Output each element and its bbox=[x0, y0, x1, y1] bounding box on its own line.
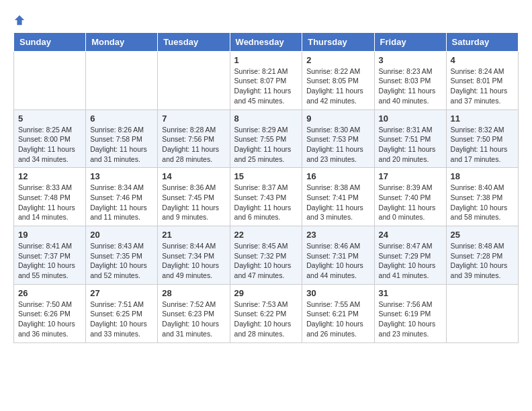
day-number: 15 bbox=[234, 171, 298, 181]
day-number: 4 bbox=[451, 55, 514, 65]
day-number: 27 bbox=[90, 288, 153, 298]
table-row: 9Sunrise: 8:30 AM Sunset: 7:53 PM Daylig… bbox=[302, 109, 374, 168]
table-row: 1Sunrise: 8:21 AM Sunset: 8:07 PM Daylig… bbox=[230, 51, 302, 109]
table-row: 22Sunrise: 8:45 AM Sunset: 7:32 PM Dayli… bbox=[230, 226, 302, 285]
day-header-sunday: Sunday bbox=[14, 32, 86, 51]
table-row: 24Sunrise: 8:47 AM Sunset: 7:29 PM Dayli… bbox=[374, 226, 446, 285]
table-row: 30Sunrise: 7:55 AM Sunset: 6:21 PM Dayli… bbox=[302, 284, 374, 342]
table-row: 31Sunrise: 7:56 AM Sunset: 6:19 PM Dayli… bbox=[374, 284, 446, 342]
table-row: 7Sunrise: 8:28 AM Sunset: 7:56 PM Daylig… bbox=[158, 109, 230, 168]
day-number: 11 bbox=[451, 113, 514, 124]
day-number: 19 bbox=[18, 230, 81, 240]
day-info: Sunrise: 8:40 AM Sunset: 7:38 PM Dayligh… bbox=[451, 183, 514, 222]
day-info: Sunrise: 7:56 AM Sunset: 6:19 PM Dayligh… bbox=[379, 300, 442, 339]
table-row bbox=[446, 284, 518, 342]
day-number: 16 bbox=[306, 171, 369, 181]
day-number: 6 bbox=[90, 113, 153, 124]
table-row: 23Sunrise: 8:46 AM Sunset: 7:31 PM Dayli… bbox=[302, 226, 374, 285]
day-header-tuesday: Tuesday bbox=[158, 32, 230, 51]
day-info: Sunrise: 8:21 AM Sunset: 8:07 PM Dayligh… bbox=[234, 66, 298, 106]
day-info: Sunrise: 8:22 AM Sunset: 8:05 PM Dayligh… bbox=[306, 66, 369, 106]
day-number: 13 bbox=[90, 171, 153, 181]
day-header-friday: Friday bbox=[374, 32, 446, 51]
page-header bbox=[13, 13, 519, 27]
day-number: 1 bbox=[234, 55, 298, 65]
day-number: 29 bbox=[234, 288, 298, 298]
day-number: 2 bbox=[306, 55, 369, 65]
day-info: Sunrise: 8:48 AM Sunset: 7:28 PM Dayligh… bbox=[451, 241, 514, 281]
day-header-monday: Monday bbox=[86, 32, 158, 51]
table-row: 11Sunrise: 8:32 AM Sunset: 7:50 PM Dayli… bbox=[446, 109, 518, 168]
day-number: 12 bbox=[18, 171, 81, 181]
table-row: 3Sunrise: 8:23 AM Sunset: 8:03 PM Daylig… bbox=[374, 51, 446, 109]
day-number: 30 bbox=[306, 288, 369, 298]
day-info: Sunrise: 8:45 AM Sunset: 7:32 PM Dayligh… bbox=[234, 241, 298, 281]
day-number: 9 bbox=[306, 113, 369, 124]
logo-icon bbox=[13, 14, 26, 26]
table-row: 15Sunrise: 8:37 AM Sunset: 7:43 PM Dayli… bbox=[230, 168, 302, 226]
day-number: 28 bbox=[162, 288, 225, 298]
table-row: 20Sunrise: 8:43 AM Sunset: 7:35 PM Dayli… bbox=[86, 226, 158, 285]
day-number: 17 bbox=[379, 171, 442, 181]
day-info: Sunrise: 8:36 AM Sunset: 7:45 PM Dayligh… bbox=[162, 183, 225, 222]
table-row: 18Sunrise: 8:40 AM Sunset: 7:38 PM Dayli… bbox=[446, 168, 518, 226]
table-row: 29Sunrise: 7:53 AM Sunset: 6:22 PM Dayli… bbox=[230, 284, 302, 342]
table-row: 8Sunrise: 8:29 AM Sunset: 7:55 PM Daylig… bbox=[230, 109, 302, 168]
day-number: 20 bbox=[90, 230, 153, 240]
day-header-saturday: Saturday bbox=[446, 32, 518, 51]
day-number: 3 bbox=[379, 55, 442, 65]
day-header-wednesday: Wednesday bbox=[230, 32, 302, 51]
day-number: 7 bbox=[162, 113, 225, 124]
day-info: Sunrise: 8:47 AM Sunset: 7:29 PM Dayligh… bbox=[379, 241, 442, 281]
day-number: 14 bbox=[162, 171, 225, 181]
day-info: Sunrise: 8:31 AM Sunset: 7:51 PM Dayligh… bbox=[379, 125, 442, 165]
day-info: Sunrise: 8:34 AM Sunset: 7:46 PM Dayligh… bbox=[90, 183, 153, 222]
day-number: 25 bbox=[451, 230, 514, 240]
table-row: 16Sunrise: 8:38 AM Sunset: 7:41 PM Dayli… bbox=[302, 168, 374, 226]
day-info: Sunrise: 8:23 AM Sunset: 8:03 PM Dayligh… bbox=[379, 66, 442, 106]
day-info: Sunrise: 8:43 AM Sunset: 7:35 PM Dayligh… bbox=[90, 241, 153, 281]
table-row: 13Sunrise: 8:34 AM Sunset: 7:46 PM Dayli… bbox=[86, 168, 158, 226]
day-number: 23 bbox=[306, 230, 369, 240]
day-info: Sunrise: 7:52 AM Sunset: 6:23 PM Dayligh… bbox=[162, 300, 225, 339]
day-number: 10 bbox=[379, 113, 442, 124]
day-info: Sunrise: 8:25 AM Sunset: 8:00 PM Dayligh… bbox=[18, 125, 81, 165]
table-row bbox=[14, 51, 86, 109]
table-row: 6Sunrise: 8:26 AM Sunset: 7:58 PM Daylig… bbox=[86, 109, 158, 168]
day-info: Sunrise: 8:39 AM Sunset: 7:40 PM Dayligh… bbox=[379, 183, 442, 222]
day-info: Sunrise: 8:32 AM Sunset: 7:50 PM Dayligh… bbox=[451, 125, 514, 165]
table-row: 26Sunrise: 7:50 AM Sunset: 6:26 PM Dayli… bbox=[14, 284, 86, 342]
day-info: Sunrise: 8:33 AM Sunset: 7:48 PM Dayligh… bbox=[18, 183, 81, 222]
day-number: 8 bbox=[234, 113, 298, 124]
day-info: Sunrise: 8:24 AM Sunset: 8:01 PM Dayligh… bbox=[451, 66, 514, 106]
table-row: 28Sunrise: 7:52 AM Sunset: 6:23 PM Dayli… bbox=[158, 284, 230, 342]
table-row: 10Sunrise: 8:31 AM Sunset: 7:51 PM Dayli… bbox=[374, 109, 446, 168]
table-row: 14Sunrise: 8:36 AM Sunset: 7:45 PM Dayli… bbox=[158, 168, 230, 226]
calendar-table: SundayMondayTuesdayWednesdayThursdayFrid… bbox=[13, 32, 519, 343]
table-row: 19Sunrise: 8:41 AM Sunset: 7:37 PM Dayli… bbox=[14, 226, 86, 285]
day-header-thursday: Thursday bbox=[302, 32, 374, 51]
table-row: 21Sunrise: 8:44 AM Sunset: 7:34 PM Dayli… bbox=[158, 226, 230, 285]
table-row: 25Sunrise: 8:48 AM Sunset: 7:28 PM Dayli… bbox=[446, 226, 518, 285]
table-row: 27Sunrise: 7:51 AM Sunset: 6:25 PM Dayli… bbox=[86, 284, 158, 342]
table-row: 4Sunrise: 8:24 AM Sunset: 8:01 PM Daylig… bbox=[446, 51, 518, 109]
table-row: 12Sunrise: 8:33 AM Sunset: 7:48 PM Dayli… bbox=[14, 168, 86, 226]
day-info: Sunrise: 8:28 AM Sunset: 7:56 PM Dayligh… bbox=[162, 125, 225, 165]
day-number: 22 bbox=[234, 230, 298, 240]
day-info: Sunrise: 7:55 AM Sunset: 6:21 PM Dayligh… bbox=[306, 300, 369, 339]
day-number: 31 bbox=[379, 288, 442, 298]
logo bbox=[13, 13, 27, 27]
day-info: Sunrise: 8:41 AM Sunset: 7:37 PM Dayligh… bbox=[18, 241, 81, 281]
day-number: 21 bbox=[162, 230, 225, 240]
day-info: Sunrise: 7:53 AM Sunset: 6:22 PM Dayligh… bbox=[234, 300, 298, 339]
day-number: 18 bbox=[451, 171, 514, 181]
day-number: 26 bbox=[18, 288, 81, 298]
day-info: Sunrise: 8:30 AM Sunset: 7:53 PM Dayligh… bbox=[306, 125, 369, 165]
day-info: Sunrise: 8:37 AM Sunset: 7:43 PM Dayligh… bbox=[234, 183, 298, 222]
day-number: 24 bbox=[379, 230, 442, 240]
day-info: Sunrise: 8:38 AM Sunset: 7:41 PM Dayligh… bbox=[306, 183, 369, 222]
day-info: Sunrise: 7:51 AM Sunset: 6:25 PM Dayligh… bbox=[90, 300, 153, 339]
table-row: 17Sunrise: 8:39 AM Sunset: 7:40 PM Dayli… bbox=[374, 168, 446, 226]
day-info: Sunrise: 8:44 AM Sunset: 7:34 PM Dayligh… bbox=[162, 241, 225, 281]
table-row: 2Sunrise: 8:22 AM Sunset: 8:05 PM Daylig… bbox=[302, 51, 374, 109]
